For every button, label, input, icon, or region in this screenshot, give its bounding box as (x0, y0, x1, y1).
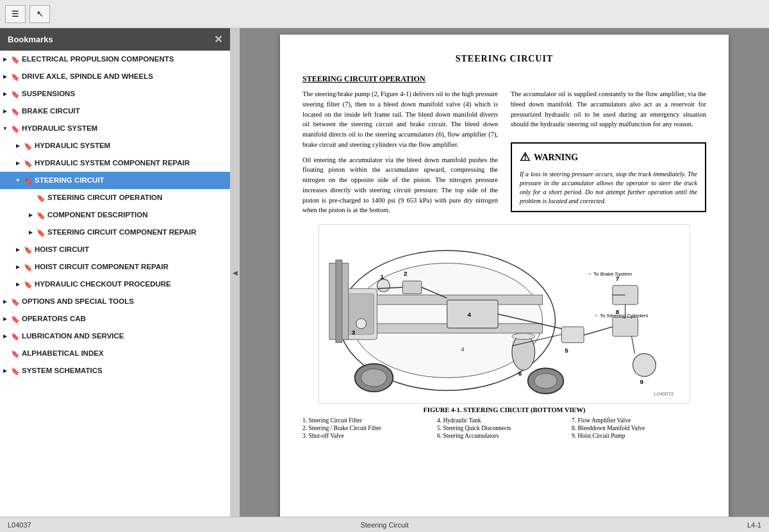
legend-item: 7. Flow Amplifier Valve (572, 417, 706, 424)
content-columns: The steering/brake pump (2, Figure 4-1) … (302, 89, 706, 215)
tree-item-label: SYSTEM SCHEMATICS (21, 365, 225, 376)
tree-toggle-right[interactable] (0, 314, 10, 324)
tree-toggle-right[interactable] (13, 262, 23, 272)
svg-text:4: 4 (461, 346, 464, 353)
cursor-icon: ↖ (37, 9, 44, 19)
tree-item-label: ALPHABETICAL INDEX (21, 348, 225, 358)
tree-item-label: HOIST CIRCUIT (33, 244, 225, 254)
tree-toggle-right[interactable] (0, 366, 10, 376)
svg-point-18 (512, 335, 535, 370)
toolbar: ☰ ↖ (0, 0, 769, 28)
tree-toggle-right[interactable] (13, 141, 23, 151)
sidebar-item-hydraulic-system[interactable]: 🔖HYDRAULIC SYSTEM (0, 120, 230, 137)
tree-toggle-right[interactable] (26, 228, 36, 238)
svg-text:9: 9 (640, 378, 643, 385)
figure-title: FIGURE 4-1. STEERING CIRCUIT (BOTTOM VIE… (302, 406, 706, 413)
figure-legend: 1. Steering Circuit Filter2. Steering / … (302, 417, 706, 440)
sidebar-item-hydraulic-system-sub[interactable]: 🔖HYDRAULIC SYSTEM (0, 137, 230, 154)
svg-text:L040072: L040072 (654, 391, 674, 397)
sidebar-item-hydraulic-component-repair[interactable]: 🔖HYDRAULIC SYSTEM COMPONENT REPAIR (0, 154, 230, 172)
bookmark-icon: 🔖 (10, 297, 21, 307)
svg-text:6: 6 (518, 370, 522, 377)
sidebar-item-component-description[interactable]: 🔖COMPONENT DESCRIPTION (0, 206, 230, 224)
document-scroll[interactable]: STEERING CIRCUIT STEERING CIRCUIT OPERAT… (240, 28, 769, 517)
status-right: L4-1 (510, 521, 761, 529)
sidebar-item-suspensions[interactable]: 🔖SUSPENSIONS (0, 85, 230, 103)
tree-toggle-right[interactable] (0, 331, 10, 342)
sidebar-item-hydraulic-checkout[interactable]: 🔖HYDRAULIC CHECKOUT PROCEDURE (0, 276, 230, 293)
tree-item-label: LUBRICATION AND SERVICE (21, 331, 225, 341)
tree-toggle-right[interactable] (13, 245, 23, 255)
bookmark-icon: 🔖 (10, 331, 21, 342)
sidebar-item-hoist-circuit[interactable]: 🔖HOIST CIRCUIT (0, 241, 230, 258)
svg-text:→ To Steering Cylinders: → To Steering Cylinders (593, 313, 648, 319)
svg-text:1: 1 (380, 273, 384, 280)
tree-item-label: OPERATORS CAB (21, 313, 225, 324)
sidebar-item-system-schematics[interactable]: 🔖SYSTEM SCHEMATICS (0, 362, 230, 379)
tree-item-label: HYDRAULIC SYSTEM COMPONENT REPAIR (33, 158, 225, 168)
close-icon[interactable]: ✕ (214, 33, 222, 46)
bookmark-icon: 🔖 (23, 141, 33, 151)
bookmark-icon: 🔖 (10, 72, 21, 82)
tree-item-label: ELECTRICAL PROPULSION COMPONENTS (21, 54, 225, 64)
bookmark-icon: 🔖 (10, 349, 21, 359)
sidebar-item-options-tools[interactable]: 🔖OPTIONS AND SPECIAL TOOLS (0, 293, 230, 310)
tree-toggle-right[interactable] (0, 297, 10, 307)
tree-item-label: SUSPENSIONS (21, 88, 225, 99)
sidebar-item-lubrication[interactable]: 🔖LUBRICATION AND SERVICE (0, 328, 230, 345)
legend-item: 9. Hoist Circuit Pump (572, 433, 706, 439)
svg-point-31 (361, 369, 387, 387)
warning-text: If a loss in steering pressure occurs, s… (520, 170, 697, 206)
bookmark-icon: 🔖 (10, 366, 21, 376)
sidebar-item-electrical[interactable]: 🔖ELECTRICAL PROPULSION COMPONENTS (0, 51, 230, 68)
bookmark-icon: 🔖 (23, 262, 33, 272)
tree-item-label: COMPONENT DESCRIPTION (46, 210, 225, 220)
warning-title: ⚠ WARNING (520, 149, 697, 166)
sidebar-tree[interactable]: 🔖ELECTRICAL PROPULSION COMPONENTS🔖DRIVE … (0, 51, 230, 517)
tree-toggle-right[interactable] (0, 106, 10, 117)
tree-toggle-right[interactable] (0, 54, 10, 65)
sidebar-item-drive-axle[interactable]: 🔖DRIVE AXLE, SPINDLE AND WHEELS (0, 68, 230, 85)
status-left: L04037 (8, 521, 259, 529)
tree-toggle-right[interactable] (0, 89, 10, 99)
legend-item: 5. Steering Quick Disconnects (437, 425, 572, 431)
bookmark-icon: 🔖 (23, 279, 33, 290)
cursor-tool-button[interactable]: ↖ (29, 5, 50, 23)
tree-toggle-right[interactable] (0, 72, 10, 82)
svg-point-25 (633, 354, 656, 377)
sidebar-item-steering-circuit-repair[interactable]: 🔖STEERING CIRCUIT COMPONENT REPAIR (0, 224, 230, 241)
bookmark-icon: 🔖 (10, 106, 21, 117)
tree-item-label: STEERING CIRCUIT (33, 175, 225, 185)
tree-toggle-right[interactable] (13, 279, 23, 290)
sidebar-item-hoist-circuit-repair[interactable]: 🔖HOIST CIRCUIT COMPONENT REPAIR (0, 258, 230, 276)
sidebar-item-steering-circuit-operation[interactable]: 🔖STEERING CIRCUIT OPERATION (0, 189, 230, 206)
tree-toggle-right[interactable] (26, 210, 36, 220)
legend-item: 4. Hydraulic Tank (437, 417, 572, 424)
legend-column: 1. Steering Circuit Filter2. Steering / … (302, 417, 437, 440)
svg-rect-23 (613, 317, 638, 337)
sidebar-item-alpha-index[interactable]: 🔖ALPHABETICAL INDEX (0, 345, 230, 362)
svg-text:2: 2 (404, 270, 408, 277)
sidebar-item-steering-circuit[interactable]: 🔖STEERING CIRCUIT (0, 172, 230, 189)
sidebar: Bookmarks ✕ 🔖ELECTRICAL PROPULSION COMPO… (0, 28, 231, 517)
svg-text:4: 4 (467, 311, 471, 318)
svg-rect-16 (561, 327, 584, 343)
sidebar-item-brake-circuit[interactable]: 🔖BRAKE CIRCUIT (0, 103, 230, 120)
tree-toggle-down[interactable] (13, 176, 23, 186)
legend-item: 3. Shut-off Valve (302, 433, 437, 439)
legend-column: 4. Hydraulic Tank5. Steering Quick Disco… (437, 417, 572, 440)
page-title: STEERING CIRCUIT (302, 54, 706, 64)
tree-toggle-down[interactable] (0, 124, 10, 134)
sidebar-item-operators-cab[interactable]: 🔖OPERATORS CAB (0, 310, 230, 328)
section-title: STEERING CIRCUIT OPERATION (302, 74, 706, 84)
bookmark-icon: 🔖 (36, 210, 46, 220)
sidebar-collapse-handle[interactable]: ◀ (231, 28, 240, 517)
tree-item-label: STEERING CIRCUIT OPERATION (46, 192, 225, 203)
svg-point-7 (377, 279, 390, 292)
main-area: Bookmarks ✕ 🔖ELECTRICAL PROPULSION COMPO… (0, 28, 769, 517)
panel-toggle-button[interactable]: ☰ (5, 5, 26, 23)
tree-toggle-right[interactable] (13, 158, 23, 169)
col1-para1: The steering/brake pump (2, Figure 4-1) … (302, 89, 498, 150)
bookmark-icon: 🔖 (10, 314, 21, 324)
panel-icon: ☰ (12, 9, 19, 19)
